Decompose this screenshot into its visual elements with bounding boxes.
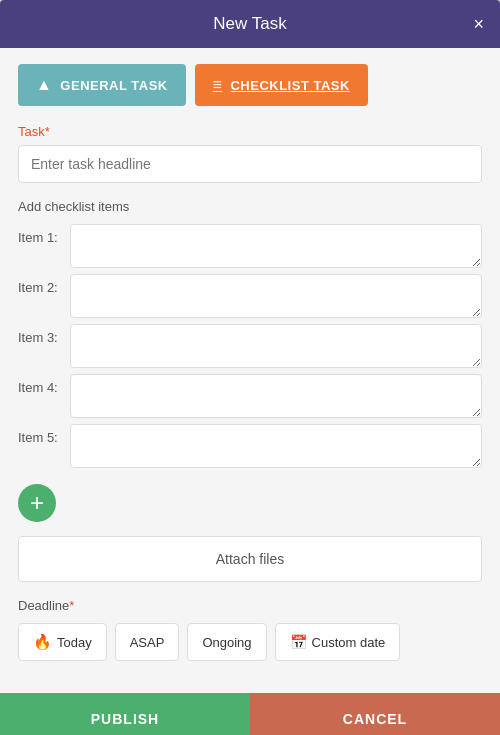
item-2-input[interactable] — [70, 274, 482, 318]
attach-files-button[interactable]: Attach files — [18, 536, 482, 582]
modal-title: New Task — [213, 14, 286, 34]
checklist-tab-label: CHECKLIST TASK — [230, 78, 349, 93]
item-5-input[interactable] — [70, 424, 482, 468]
cancel-button[interactable]: CANCEL — [250, 693, 500, 735]
tab-general[interactable]: ▲ GENERAL TASK — [18, 64, 186, 106]
checklist-task-icon: ≡ — [213, 76, 223, 94]
plus-icon: + — [30, 491, 44, 515]
publish-button[interactable]: PUBLISH — [0, 693, 250, 735]
tab-row: ▲ GENERAL TASK ≡ CHECKLIST TASK — [18, 64, 482, 106]
deadline-options: 🔥 Today ASAP Ongoing 📅 Custom date — [18, 623, 482, 661]
new-task-modal: New Task × ▲ GENERAL TASK ≡ CHECKLIST TA… — [0, 0, 500, 735]
calendar-icon: 📅 — [290, 634, 307, 650]
ongoing-label: Ongoing — [202, 635, 251, 650]
item-1-label: Item 1: — [18, 224, 70, 245]
item-3-label: Item 3: — [18, 324, 70, 345]
checklist-row: Item 1: — [18, 224, 482, 268]
general-task-icon: ▲ — [36, 76, 52, 94]
item-4-label: Item 4: — [18, 374, 70, 395]
task-label: Task* — [18, 124, 482, 139]
modal-footer: PUBLISH CANCEL — [0, 693, 500, 735]
custom-date-label: Custom date — [312, 635, 386, 650]
deadline-today-button[interactable]: 🔥 Today — [18, 623, 107, 661]
close-button[interactable]: × — [473, 15, 484, 33]
deadline-label: Deadline* — [18, 598, 482, 613]
asap-label: ASAP — [130, 635, 165, 650]
fire-icon: 🔥 — [33, 633, 52, 651]
deadline-asap-button[interactable]: ASAP — [115, 623, 180, 661]
item-4-input[interactable] — [70, 374, 482, 418]
checklist-row: Item 3: — [18, 324, 482, 368]
checklist-row: Item 4: — [18, 374, 482, 418]
deadline-custom-button[interactable]: 📅 Custom date — [275, 623, 401, 661]
general-tab-label: GENERAL TASK — [60, 78, 167, 93]
today-label: Today — [57, 635, 92, 650]
item-3-input[interactable] — [70, 324, 482, 368]
item-1-input[interactable] — [70, 224, 482, 268]
task-headline-input[interactable] — [18, 145, 482, 183]
item-2-label: Item 2: — [18, 274, 70, 295]
checklist-row: Item 5: — [18, 424, 482, 468]
checklist-row: Item 2: — [18, 274, 482, 318]
item-5-label: Item 5: — [18, 424, 70, 445]
tab-checklist[interactable]: ≡ CHECKLIST TASK — [195, 64, 368, 106]
deadline-ongoing-button[interactable]: Ongoing — [187, 623, 266, 661]
add-item-button[interactable]: + — [18, 484, 56, 522]
modal-header: New Task × — [0, 0, 500, 48]
modal-body: ▲ GENERAL TASK ≡ CHECKLIST TASK Task* Ad… — [0, 48, 500, 693]
checklist-section-label: Add checklist items — [18, 199, 482, 214]
checklist-items: Item 1: Item 2: Item 3: Item 4: Item 5: — [18, 224, 482, 474]
